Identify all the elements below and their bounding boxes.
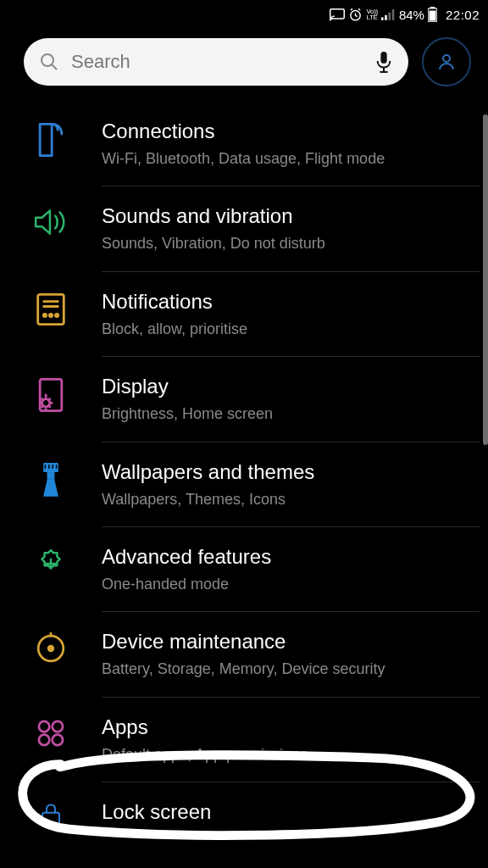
scrollbar[interactable] xyxy=(483,114,488,445)
row-lock-screen[interactable]: Lock screen xyxy=(0,782,488,828)
display-icon xyxy=(36,377,66,413)
svg-rect-4 xyxy=(388,12,391,19)
signal-icon xyxy=(381,8,396,20)
sounds-icon xyxy=(33,207,69,237)
lock-icon xyxy=(36,803,65,828)
svg-rect-5 xyxy=(392,9,395,20)
device-maintenance-icon xyxy=(35,632,67,665)
row-sub: Block, allow, prioritise xyxy=(102,320,466,339)
advanced-icon xyxy=(35,548,67,580)
wallpapers-icon xyxy=(38,463,64,498)
row-title: Apps xyxy=(102,715,466,740)
search-icon xyxy=(39,52,59,72)
row-sub: Wallpapers, Themes, Icons xyxy=(102,490,466,509)
alarm-icon xyxy=(348,8,363,22)
row-advanced[interactable]: Advanced features One-handed mode xyxy=(0,527,488,611)
svg-rect-8 xyxy=(429,11,435,21)
cast-icon xyxy=(330,8,345,21)
battery-percent: 84% xyxy=(399,8,424,22)
row-wallpapers[interactable]: Wallpapers and themes Wallpapers, Themes… xyxy=(0,442,488,526)
voice-icon[interactable] xyxy=(374,51,393,73)
row-title: Lock screen xyxy=(102,799,466,825)
settings-list: Connections Wi-Fi, Bluetooth, Data usage… xyxy=(0,102,488,828)
svg-point-13 xyxy=(43,314,46,316)
svg-point-24 xyxy=(39,734,49,744)
row-title: Connections xyxy=(102,119,466,144)
svg-point-15 xyxy=(55,314,58,316)
apps-icon xyxy=(36,718,66,748)
svg-point-11 xyxy=(443,55,450,62)
row-sub: Wi-Fi, Bluetooth, Data usage, Flight mod… xyxy=(102,149,466,169)
row-sub: Brightness, Home screen xyxy=(102,404,466,424)
row-title: Wallpapers and themes xyxy=(102,459,466,485)
row-title: Sounds and vibration xyxy=(102,203,466,229)
row-title: Device maintenance xyxy=(102,629,466,654)
svg-point-14 xyxy=(49,314,52,316)
notifications-icon xyxy=(36,292,66,326)
volte-icon: Vo))LTE xyxy=(366,8,377,20)
row-title: Notifications xyxy=(102,289,466,314)
row-connections[interactable]: Connections Wi-Fi, Bluetooth, Data usage… xyxy=(0,102,488,186)
row-device-maintenance[interactable]: Device maintenance Battery, Storage, Mem… xyxy=(0,612,488,696)
row-title: Advanced features xyxy=(102,544,466,570)
svg-rect-26 xyxy=(42,813,59,827)
search-input[interactable] xyxy=(69,50,364,74)
row-title: Display xyxy=(102,374,466,399)
battery-icon xyxy=(428,7,437,22)
clock-text: 22:02 xyxy=(446,8,480,22)
svg-rect-19 xyxy=(47,472,55,480)
profile-button[interactable] xyxy=(422,37,471,86)
status-bar: Vo))LTE 84% 22:02 xyxy=(0,0,488,27)
row-sub: Battery, Storage, Memory, Device securit… xyxy=(102,659,466,679)
svg-rect-2 xyxy=(381,17,384,19)
row-display[interactable]: Display Brightness, Home screen xyxy=(0,357,488,441)
svg-point-25 xyxy=(53,734,63,744)
svg-point-9 xyxy=(42,54,53,66)
svg-rect-10 xyxy=(380,52,386,64)
row-apps[interactable]: Apps Default apps, App permissions xyxy=(0,698,488,782)
row-sub: Default apps, App permissions xyxy=(102,745,466,765)
svg-rect-12 xyxy=(38,294,64,324)
svg-rect-3 xyxy=(385,15,387,20)
svg-point-23 xyxy=(53,721,63,732)
svg-point-21 xyxy=(47,645,54,652)
row-notifications[interactable]: Notifications Block, allow, prioritise xyxy=(0,272,488,356)
row-sounds[interactable]: Sounds and vibration Sounds, Vibration, … xyxy=(0,186,488,270)
connections-icon xyxy=(36,122,66,158)
svg-point-22 xyxy=(39,721,49,732)
row-sub: Sounds, Vibration, Do not disturb xyxy=(102,234,466,253)
row-sub: One-handed mode xyxy=(102,575,466,594)
search-bar[interactable] xyxy=(24,38,408,86)
